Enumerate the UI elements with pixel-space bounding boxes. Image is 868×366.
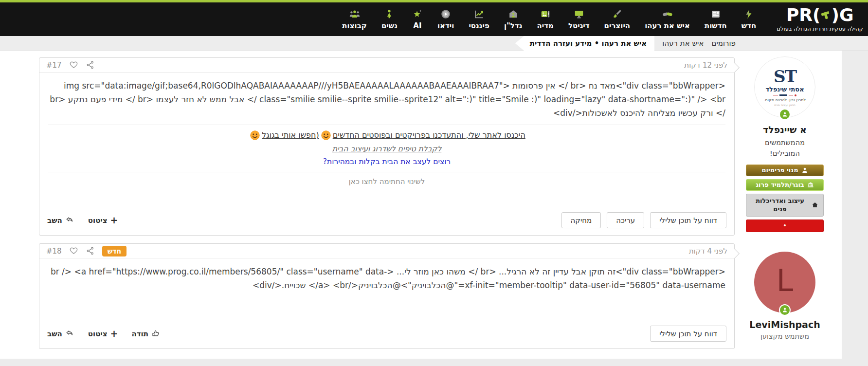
nav-label: היוצרים — [604, 21, 631, 30]
lightning-icon — [743, 9, 754, 19]
thumbs-up-icon — [151, 329, 161, 338]
nav-item-finance[interactable]: פיננסי — [469, 9, 489, 30]
reply-action[interactable]: השב — [47, 216, 74, 225]
paintbrush-icon — [612, 9, 622, 19]
post-number-link[interactable]: #18 — [46, 247, 62, 256]
reply-action[interactable]: השב — [47, 329, 74, 338]
badge-label: עיצוב ואדריכלות פנים — [751, 197, 809, 214]
user-panel-levimishpach: L LeviMishpach משתמש מקצוען — [739, 252, 831, 340]
nav-item-media[interactable]: מדיה — [537, 9, 554, 30]
nav-label: AI — [413, 21, 421, 30]
nav-label: קבוצות — [342, 21, 367, 30]
signature-design-link[interactable]: רוצים לעצב את הבית בקלות ובמהירות? — [48, 157, 725, 166]
nav-label: דיגיטל — [568, 21, 590, 30]
signature-edit-link[interactable]: לשינוי החתימה לחצו כאן — [349, 177, 425, 186]
post-timestamp[interactable]: לפני 12 דקות — [684, 61, 727, 70]
plus-icon: + — [110, 329, 118, 338]
post-header-tools: #17 — [46, 60, 95, 70]
nav-item-news[interactable]: חדשות — [705, 9, 727, 30]
breadcrumb-forums[interactable]: פורומים — [711, 39, 736, 48]
quote-action[interactable]: + ציטוט — [88, 329, 118, 338]
thanks-action[interactable]: תודה — [131, 329, 161, 338]
post-timestamp[interactable]: לפני 4 דקות — [689, 247, 727, 256]
badge-red: • — [746, 220, 824, 232]
media-icon — [540, 9, 551, 19]
forum-page: PR()G קהילה עסקית-חרדית הגדולה בעולם חדש… — [0, 0, 868, 366]
logo-paren-close: ) — [831, 6, 839, 24]
user-subtitle: מהמשתמשים המובילים! — [765, 138, 805, 159]
reply-actions: תודה + ציטוט השב — [47, 329, 161, 338]
username-link[interactable]: א שיינפלד — [763, 124, 807, 135]
avatar-micro-text: תכנון ועיצוב פנים — [774, 103, 795, 107]
site-tagline: קהילה עסקית-חרדית הגדולה בעולם — [777, 25, 863, 32]
nav-item-ai[interactable]: AI — [412, 9, 423, 30]
nav-label: מדיה — [537, 21, 554, 30]
badge-label: • — [783, 222, 786, 229]
post-body-text: <div class="bbWrapper">מאד נח <br /> אין… — [39, 73, 734, 120]
newspaper-icon — [710, 9, 721, 19]
breadcrumb-bar: פורומים איש את רעהו איש את רעהו • מידע ו… — [0, 36, 868, 51]
avatar-slogan: לתכנן נכון. להרויח מקום. — [764, 98, 806, 102]
logo-text-g: G — [839, 6, 854, 24]
site-logo[interactable]: PR()G קהילה עסקית-חרדית הגדולה בעולם — [777, 6, 863, 32]
post-footer: דווח על תוכן שלילי עריכה מחיקה + ציטוט ה… — [39, 212, 734, 235]
share-icon[interactable] — [86, 246, 95, 256]
signature-line-1: היכנסו לאתר שלי, והתעדכנו בפרויקטים ובפו… — [48, 130, 725, 141]
share-icon[interactable] — [86, 60, 95, 70]
post-body-text: <div class="bbWrapper">זה תוקן אבל עדיין… — [39, 258, 734, 292]
reply-label: השב — [47, 216, 62, 225]
reply-actions: + ציטוט השב — [47, 216, 118, 225]
post-number-link[interactable]: #17 — [46, 61, 62, 70]
nav-item-digital[interactable]: דיגיטל — [568, 9, 590, 30]
nav-label: חדש — [741, 21, 757, 30]
plus-icon: + — [110, 216, 118, 225]
heart-icon[interactable] — [69, 246, 78, 256]
nav-label: וידאו — [437, 21, 454, 30]
play-icon — [440, 9, 451, 19]
moderation-buttons: דווח על תוכן שלילי — [650, 326, 726, 342]
post-card-17: לפני 12 דקות #17 <div class="bbWrapper">… — [39, 57, 735, 236]
post-header: לפני 12 דקות #17 — [39, 58, 734, 73]
reply-arrow-icon — [65, 216, 74, 225]
smiley-icon — [250, 130, 260, 141]
delete-button[interactable]: מחיקה — [561, 212, 601, 228]
signature-edit-note: לשינוי החתימה לחצו כאן — [48, 172, 725, 186]
report-button[interactable]: דווח על תוכן שלילי — [650, 212, 726, 228]
group-icon — [349, 9, 360, 19]
nav-item-mutual-help[interactable]: איש את רעהו — [645, 9, 690, 30]
nav-label: חדשות — [705, 21, 727, 30]
signature-tips-link[interactable]: לקבלת טיפים לשדרוג ועיצוב הבית — [48, 145, 725, 153]
nav-item-groups[interactable]: קבוצות — [342, 9, 367, 30]
avatar[interactable]: ST אסתי שינפלד לתכנן נכון. להרויח מקום. … — [754, 56, 815, 118]
signature-google-link[interactable]: (חפשו אותי בגוגל — [262, 130, 319, 140]
quote-action[interactable]: + ציטוט — [88, 216, 118, 225]
nav-item-new[interactable]: חדש — [741, 9, 757, 30]
badge-graduate: בוגר/תלמיד פרוג — [746, 179, 824, 191]
house-icon — [812, 201, 818, 208]
nav-item-women[interactable]: נשים — [381, 9, 398, 30]
username-link[interactable]: LeviMishpach — [749, 319, 820, 330]
reply-arrow-icon — [65, 329, 74, 338]
edit-button[interactable]: עריכה — [607, 212, 644, 228]
online-status-icon — [779, 109, 791, 120]
signature-site-link[interactable]: היכנסו לאתר שלי, והתעדכנו בפרויקטים ובפו… — [333, 130, 525, 140]
post-header: לפני 4 דקות #18 חדש — [39, 244, 734, 258]
heart-icon[interactable] — [69, 60, 78, 70]
bank-icon — [807, 182, 814, 188]
badge-label: בוגר/תלמיד פרוג — [756, 181, 804, 188]
nav-item-video[interactable]: וידאו — [437, 9, 454, 30]
breadcrumb-category[interactable]: איש את רעהו — [662, 39, 704, 48]
nav-item-real-estate[interactable]: נדל"ן — [504, 9, 523, 30]
moderation-buttons: דווח על תוכן שלילי עריכה מחיקה — [561, 212, 726, 228]
breadcrumb-active-forum[interactable]: איש את רעהו • מידע ועזרה הדדית — [515, 36, 654, 51]
online-status-icon — [779, 304, 791, 316]
nav-item-creators[interactable]: היוצרים — [604, 9, 631, 30]
report-button[interactable]: דווח על תוכן שלילי — [650, 326, 726, 342]
avatar-logo-divider — [773, 94, 796, 96]
person-icon — [801, 167, 808, 174]
avatar[interactable]: L — [754, 252, 815, 313]
avatar-initial: L — [777, 263, 794, 298]
new-post-badge: חדש — [102, 246, 127, 256]
handshake-icon — [662, 9, 673, 19]
house-person-icon — [508, 9, 519, 19]
